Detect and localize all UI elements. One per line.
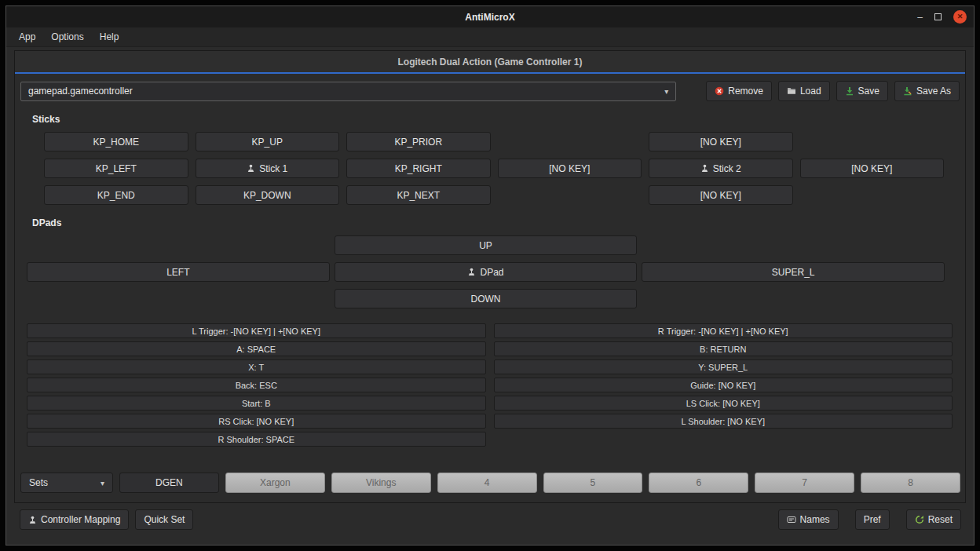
- window-title: AntiMicroX: [6, 6, 974, 27]
- assign-button-l-shoulder[interactable]: L Shoulder: [NO KEY]: [494, 414, 953, 429]
- quick-set-button[interactable]: Quick Set: [135, 509, 193, 530]
- menubar: App Options Help: [6, 27, 974, 47]
- stick1-label: Stick 1: [259, 163, 287, 174]
- assign-button-guide[interactable]: Guide: [NO KEY]: [494, 378, 953, 392]
- footer: Controller Mapping Quick Set Names Pref …: [20, 509, 961, 530]
- save-profile-button[interactable]: Save: [836, 81, 888, 101]
- save-as-profile-label: Save As: [916, 86, 951, 97]
- maximize-button[interactable]: [934, 13, 942, 20]
- dpad-button[interactable]: DPad: [335, 262, 638, 282]
- controller-tab-label: Logitech Dual Action (Game Controller 1): [398, 57, 583, 68]
- controller-mapping-label: Controller Mapping: [41, 514, 120, 525]
- set-tab-7[interactable]: 7: [755, 473, 854, 493]
- minimize-button[interactable]: –: [917, 13, 923, 22]
- names-label: Names: [800, 514, 830, 525]
- dpads-heading: DPads: [32, 217, 965, 228]
- footer-right-group: Names Pref Reset: [778, 509, 961, 530]
- stick1-down-button[interactable]: KP_DOWN: [196, 185, 340, 205]
- assign-button-l-trigger[interactable]: L Trigger: -[NO KEY] | +[NO KEY]: [27, 323, 486, 338]
- reset-button[interactable]: Reset: [906, 509, 961, 530]
- stick1-down-left-button[interactable]: KP_END: [44, 185, 188, 205]
- load-profile-button[interactable]: Load: [778, 81, 830, 101]
- stick2-right-button[interactable]: [NO KEY]: [800, 159, 945, 178]
- assign-button-r-trigger[interactable]: R Trigger: -[NO KEY] | +[NO KEY]: [494, 323, 953, 338]
- dpad-label: DPad: [480, 267, 503, 278]
- set-tab-5[interactable]: 5: [543, 473, 643, 493]
- joystick-icon: [247, 164, 255, 173]
- save-download-icon: [845, 86, 854, 96]
- assign-button-r-shoulder[interactable]: R Shoulder: SPACE: [27, 432, 486, 447]
- stick2-down-button[interactable]: [NO KEY]: [649, 185, 793, 205]
- dpad-up-button[interactable]: UP: [335, 235, 638, 255]
- dpad-grid: UP LEFT DPad SUPER_L DOWN: [27, 235, 945, 308]
- set-tab-8[interactable]: 8: [861, 473, 960, 493]
- stick1-button[interactable]: Stick 1: [196, 159, 340, 178]
- reset-label: Reset: [928, 514, 953, 525]
- assign-button-b[interactable]: B: RETURN: [494, 341, 953, 356]
- dpad-down-button[interactable]: DOWN: [335, 289, 638, 308]
- stick2-button[interactable]: Stick 2: [649, 159, 793, 178]
- stick1-up-left-button[interactable]: KP_HOME: [44, 132, 188, 151]
- folder-open-icon: [787, 86, 796, 96]
- stick1-left-button[interactable]: KP_LEFT: [44, 159, 188, 178]
- joystick-icon: [700, 164, 709, 173]
- set-tab-2[interactable]: Xargon: [225, 473, 325, 493]
- sticks-grid: KP_HOME KP_UP KP_PRIOR [NO KEY] KP_LEFT …: [44, 132, 944, 205]
- set-tab-1[interactable]: DGEN: [119, 473, 219, 493]
- assign-button-back[interactable]: Back: ESC: [27, 378, 486, 392]
- controller-tab[interactable]: Logitech Dual Action (Game Controller 1): [15, 51, 965, 74]
- assignment-left-column: L Trigger: -[NO KEY] | +[NO KEY] A: SPAC…: [27, 323, 486, 447]
- sets-row: Sets ▾ DGEN Xargon Vikings 4 5 6 7 8: [20, 473, 960, 493]
- assign-button-a[interactable]: A: SPACE: [27, 341, 486, 356]
- profile-combobox[interactable]: gamepad.gamecontroller ▾: [20, 82, 676, 101]
- save-as-profile-button[interactable]: Save As: [894, 81, 960, 101]
- dpad-left-button[interactable]: LEFT: [27, 262, 330, 282]
- stick2-left-button[interactable]: [NO KEY]: [498, 159, 642, 178]
- joystick-icon: [28, 516, 37, 524]
- app-window: AntiMicroX – ✕ App Options Help Logitech…: [5, 5, 975, 546]
- controller-mapping-button[interactable]: Controller Mapping: [20, 509, 129, 530]
- dpad-right-button[interactable]: SUPER_L: [642, 262, 945, 282]
- assign-button-ls-click[interactable]: LS Click: [NO KEY]: [494, 396, 953, 411]
- stick1-right-button[interactable]: KP_RIGHT: [346, 159, 491, 178]
- chevron-down-icon: ▾: [664, 87, 668, 96]
- window-controls: – ✕: [917, 6, 967, 27]
- save-as-icon: [903, 86, 912, 96]
- set-tab-4[interactable]: 4: [437, 473, 537, 493]
- controller-tab-frame: Logitech Dual Action (Game Controller 1)…: [14, 50, 966, 503]
- assignment-right-column: R Trigger: -[NO KEY] | +[NO KEY] B: RETU…: [494, 323, 953, 447]
- assign-button-rs-click[interactable]: RS Click: [NO KEY]: [27, 414, 486, 429]
- stick1-down-right-button[interactable]: KP_NEXT: [346, 185, 491, 205]
- joystick-icon: [467, 268, 476, 276]
- save-profile-label: Save: [858, 86, 879, 97]
- titlebar: AntiMicroX – ✕: [6, 6, 974, 27]
- names-button[interactable]: Names: [778, 509, 839, 530]
- pref-button[interactable]: Pref: [855, 509, 890, 530]
- sticks-heading: Sticks: [32, 114, 965, 125]
- assign-button-start[interactable]: Start: B: [27, 396, 486, 411]
- refresh-icon: [915, 515, 924, 524]
- stick1-up-button[interactable]: KP_UP: [196, 132, 340, 151]
- menu-options[interactable]: Options: [43, 27, 91, 46]
- stick1-up-right-button[interactable]: KP_PRIOR: [346, 132, 491, 151]
- assign-button-y[interactable]: Y: SUPER_L: [494, 359, 953, 374]
- close-button[interactable]: ✕: [953, 10, 967, 24]
- set-tab-6[interactable]: 6: [649, 473, 748, 493]
- controller-tab-body: gamepad.gamecontroller ▾ Remove Load Sav…: [15, 74, 965, 502]
- profile-row: gamepad.gamecontroller ▾ Remove Load Sav…: [20, 81, 960, 101]
- profile-combobox-value: gamepad.gamecontroller: [28, 86, 664, 97]
- stick2-up-button[interactable]: [NO KEY]: [649, 132, 793, 151]
- load-profile-label: Load: [800, 86, 821, 97]
- assignment-list: L Trigger: -[NO KEY] | +[NO KEY] A: SPAC…: [27, 323, 953, 447]
- remove-profile-button[interactable]: Remove: [706, 81, 772, 101]
- assign-button-x[interactable]: X: T: [27, 359, 486, 374]
- menu-help[interactable]: Help: [92, 27, 127, 46]
- remove-profile-label: Remove: [728, 86, 763, 97]
- footer-left-group: Controller Mapping Quick Set: [20, 509, 193, 530]
- sets-dropdown[interactable]: Sets ▾: [20, 473, 113, 493]
- set-tab-3[interactable]: Vikings: [331, 473, 431, 493]
- remove-icon: [715, 86, 724, 96]
- label-list-icon: [787, 515, 796, 524]
- menu-app[interactable]: App: [11, 27, 43, 46]
- stick2-label: Stick 2: [713, 163, 741, 174]
